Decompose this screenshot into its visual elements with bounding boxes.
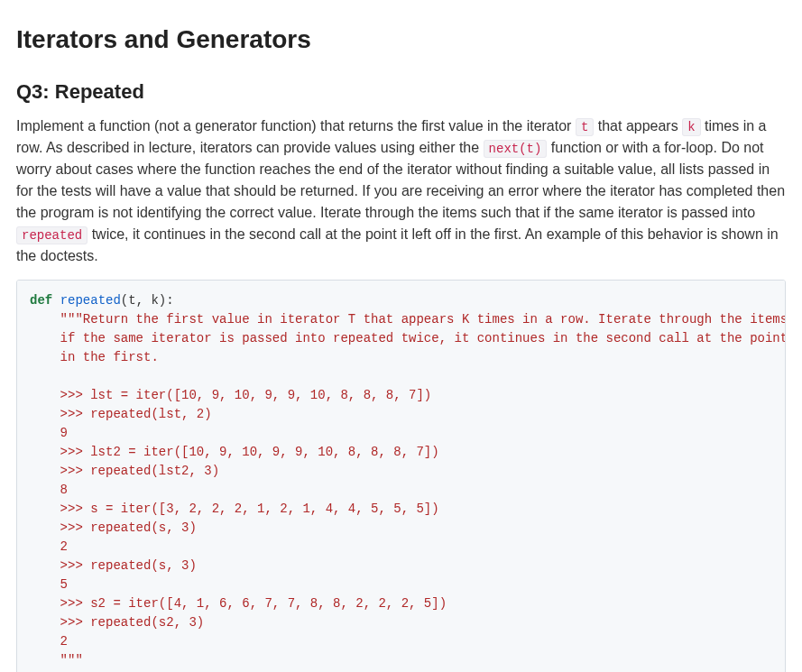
code-block: def repeated(t, k): """Return the first … xyxy=(16,280,786,672)
keyword-def: def xyxy=(30,293,52,308)
desc-text: Implement a function (not a generator fu… xyxy=(16,118,576,133)
page-title: Iterators and Generators xyxy=(16,22,786,57)
question-description: Implement a function (not a generator fu… xyxy=(16,115,786,267)
inline-code-next: next(t) xyxy=(484,140,548,158)
inline-code-t: t xyxy=(576,118,594,136)
function-name: repeated xyxy=(60,293,121,308)
inline-code-k: k xyxy=(682,118,700,136)
desc-text: that appears xyxy=(594,118,682,133)
signature: (t, k): xyxy=(121,293,174,308)
docstring: """Return the first value in iterator T … xyxy=(30,312,786,667)
inline-code-repeated: repeated xyxy=(16,226,88,244)
question-heading: Q3: Repeated xyxy=(16,78,786,106)
desc-text: twice, it continues in the second call a… xyxy=(16,226,779,263)
